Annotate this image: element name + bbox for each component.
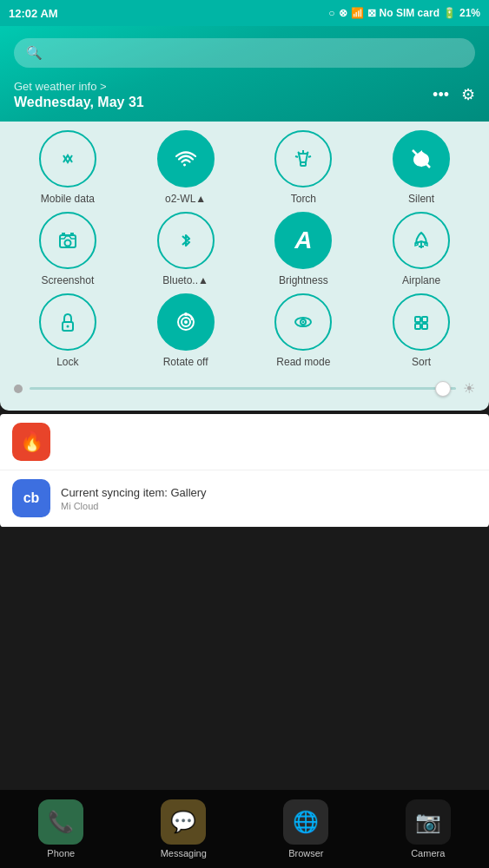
header-bar: 🔍 Get weather info > Wednesday, May 31 •… — [0, 26, 489, 122]
notification-title-2: Current syncing item: Gallery — [61, 486, 207, 499]
dock-messaging[interactable]: 💬 Messaging — [161, 799, 207, 858]
messaging-label: Messaging — [161, 848, 207, 858]
svg-rect-1 — [301, 162, 306, 166]
brightness-min-icon — [14, 385, 23, 393]
notification-icon-2: cb — [12, 479, 50, 517]
svg-rect-23 — [415, 324, 420, 329]
phone-label: Phone — [47, 848, 75, 858]
svg-line-4 — [307, 152, 308, 154]
header-actions: ••• ⚙ — [433, 85, 475, 104]
rotate-circle — [157, 293, 215, 351]
control-readmode[interactable]: Read mode — [247, 293, 361, 368]
svg-point-17 — [184, 312, 188, 316]
control-bluetooth[interactable]: Blueto..▲ — [129, 212, 243, 286]
phone-icon: 📞 — [38, 799, 83, 845]
silent-label: Silent — [408, 193, 434, 205]
svg-marker-0 — [299, 154, 307, 162]
x-box-icon: ⊠ — [367, 7, 376, 19]
control-airplane[interactable]: Airplane — [364, 212, 479, 286]
weather-text: Get weather info > Wednesday, May 31 — [14, 80, 144, 110]
notification-sub-2: Mi Cloud — [61, 501, 207, 511]
control-silent[interactable]: Silent — [364, 130, 479, 205]
svg-point-16 — [184, 320, 188, 324]
time-display: 12:02 AM — [9, 7, 58, 20]
more-button[interactable]: ••• — [433, 86, 449, 104]
readmode-circle — [274, 293, 332, 351]
screenshot-label: Screenshot — [42, 274, 95, 286]
wifi-label: o2-WL▲ — [165, 193, 206, 205]
svg-rect-21 — [415, 317, 420, 322]
status-bar: 12:02 AM ○ ⊗ 📶 ⊠ No SIM card 🔋 21% — [0, 0, 489, 26]
dock-phone[interactable]: 📞 Phone — [38, 799, 83, 858]
mobile-data-label: Mobile data — [41, 193, 95, 205]
control-screenshot[interactable]: Screenshot — [10, 212, 125, 286]
lock-label: Lock — [56, 356, 78, 368]
mobile-data-circle — [39, 130, 96, 187]
torch-label: Torch — [291, 193, 316, 205]
control-panel: Mobile data o2-WL▲ — [0, 122, 489, 411]
control-wifi[interactable]: o2-WL▲ — [129, 130, 243, 205]
battery-percent: 21% — [459, 7, 480, 19]
notification-text-2: Current syncing item: Gallery Mi Cloud — [61, 486, 207, 511]
svg-line-5 — [295, 156, 298, 157]
svg-line-3 — [298, 152, 300, 154]
notification-item-1[interactable]: 🔥 — [0, 414, 489, 470]
silent-circle — [393, 130, 450, 187]
bottom-dock: 📞 Phone 💬 Messaging 🌐 Browser 📷 Camera — [0, 790, 489, 868]
control-torch[interactable]: Torch — [247, 130, 361, 205]
svg-point-20 — [302, 321, 304, 323]
status-icons: ○ ⊗ 📶 ⊠ No SIM card 🔋 21% — [328, 7, 480, 19]
brightness-track[interactable] — [30, 387, 456, 390]
control-rotate[interactable]: Rotate off — [129, 293, 243, 368]
notification-item-2[interactable]: cb Current syncing item: Gallery Mi Clou… — [0, 470, 489, 527]
battery-icon: 🔋 — [443, 7, 456, 19]
svg-point-9 — [64, 240, 70, 247]
control-mobile-data[interactable]: Mobile data — [10, 130, 125, 205]
rotate-label: Rotate off — [163, 356, 208, 368]
circle-icon: ○ — [328, 7, 334, 19]
screenshot-circle — [39, 212, 96, 269]
dock-camera[interactable]: 📷 Camera — [406, 799, 451, 858]
search-icon: 🔍 — [26, 45, 43, 61]
brightness-thumb[interactable] — [435, 381, 451, 397]
brightness-slider-row: ☀ — [10, 375, 479, 398]
torch-circle — [274, 130, 332, 187]
svg-line-6 — [308, 156, 311, 157]
bluetooth-label: Blueto..▲ — [162, 274, 208, 286]
messaging-icon: 💬 — [161, 799, 206, 845]
sort-circle — [393, 293, 450, 351]
settings-button[interactable]: ⚙ — [461, 85, 475, 104]
notification-icon-1: 🔥 — [12, 423, 50, 461]
control-sort[interactable]: Sort — [364, 293, 479, 368]
sim-status: No SIM card — [380, 7, 439, 19]
camera-icon: 📷 — [406, 799, 451, 845]
readmode-label: Read mode — [276, 356, 330, 368]
crossed-circle-icon: ⊗ — [339, 7, 347, 19]
brightness-label: Brightness — [279, 274, 328, 286]
wifi-status-icon: 📶 — [351, 7, 364, 19]
browser-icon: 🌐 — [283, 799, 328, 845]
control-lock[interactable]: Lock — [10, 293, 125, 368]
svg-rect-22 — [422, 317, 427, 322]
controls-grid: Mobile data o2-WL▲ — [10, 130, 479, 368]
camera-label: Camera — [411, 848, 445, 858]
weather-row: Get weather info > Wednesday, May 31 •••… — [14, 80, 475, 110]
browser-label: Browser — [288, 848, 323, 858]
svg-point-13 — [66, 326, 69, 328]
weather-label: Get weather info > — [14, 80, 144, 93]
brightness-max-icon: ☀ — [463, 380, 475, 397]
notification-area: 🔥 cb Current syncing item: Gallery Mi Cl… — [0, 414, 489, 527]
search-bar[interactable]: 🔍 — [14, 38, 475, 68]
svg-rect-24 — [422, 324, 427, 329]
sort-label: Sort — [412, 356, 431, 368]
lock-circle — [39, 293, 96, 351]
wifi-circle — [157, 130, 215, 187]
airplane-label: Airplane — [402, 274, 440, 286]
dock-browser[interactable]: 🌐 Browser — [283, 799, 328, 858]
control-brightness[interactable]: A Brightness — [247, 212, 361, 286]
status-time: 12:02 AM — [9, 7, 58, 20]
brightness-circle: A — [274, 212, 332, 269]
bluetooth-circle — [157, 212, 215, 269]
weather-date: Wednesday, May 31 — [14, 95, 144, 110]
airplane-circle — [393, 212, 450, 269]
